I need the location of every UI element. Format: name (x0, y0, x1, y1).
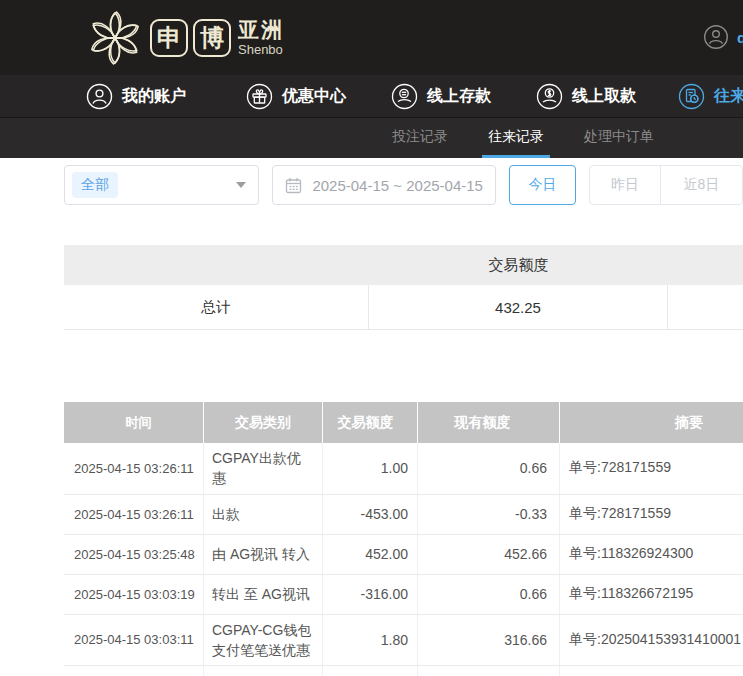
cell-balance: 452.66 (417, 535, 559, 574)
user-account-area[interactable]: q (703, 24, 743, 50)
tab-pending-orders[interactable]: 处理中订单 (578, 118, 660, 158)
nav-label: 往来记录 (714, 86, 743, 107)
col-header-amount: 交易额度 (322, 402, 417, 443)
tab-transfer-records[interactable]: 往来记录 (482, 118, 550, 158)
col-header-balance: 现有额度 (417, 402, 559, 443)
nav-item-transfer-records[interactable]: 往来记录 (678, 83, 743, 110)
logo-suffix-en: Shenbo (238, 43, 284, 56)
cell-type: CGPAY出款优惠 (203, 443, 322, 494)
cell-summary: 单号:202504153931410001 (559, 666, 743, 676)
filter-bar: 全部 2025-04-15 ~ 2025-04-15 今日 昨日 近8日 (64, 165, 743, 205)
cell-balance: 316.66 (417, 615, 559, 666)
nav-item-promo-center[interactable]: 优惠中心 (246, 83, 346, 110)
table-row: 2025-04-15 03:03:19 转出 至 AG视讯 -316.00 0.… (64, 575, 743, 615)
cell-summary: 单号:728171559 (559, 495, 743, 534)
cell-amount: -316.00 (322, 575, 417, 614)
account-icon (86, 83, 113, 110)
logo-suffix: 亚洲 Shenbo (238, 19, 284, 56)
cell-summary: 单号:118326672195 (559, 575, 743, 614)
cell-summary: 单号:202504153931410001 (559, 615, 743, 666)
col-header-type: 交易类别 (203, 402, 322, 443)
nav-item-online-deposit[interactable]: 线上存款 (391, 83, 491, 110)
col-header-summary: 摘要 (559, 402, 743, 443)
nav-label: 线上取款 (572, 86, 636, 107)
col-header-time: 时间 (64, 402, 203, 443)
cell-time: 2025-04-15 03:03:11 (64, 615, 203, 666)
nav-label: 线上存款 (427, 86, 491, 107)
flower-logo-icon (86, 8, 144, 68)
yesterday-button[interactable]: 昨日 (590, 166, 660, 204)
cell-type: 由 AG视讯 转入 (203, 535, 322, 574)
table-row: 2025-04-15 03:03:11 CGPAY-CG钱包支付笔笔送优惠 1.… (64, 615, 743, 667)
date-range-input[interactable]: 2025-04-15 ~ 2025-04-15 (272, 165, 496, 205)
summary-total-row: 总计 432.25 (64, 285, 743, 330)
record-tabs: 投注记录 往来记录 处理中订单 (0, 117, 743, 158)
table-header-row: 时间 交易类别 交易额度 现有额度 摘要 (64, 402, 743, 443)
username-label[interactable]: q (737, 29, 743, 46)
quick-date-group: 昨日 近8日 (589, 165, 743, 205)
main-content: 全部 2025-04-15 ~ 2025-04-15 今日 昨日 近8日 交易额… (0, 165, 743, 676)
calendar-icon (285, 177, 302, 194)
cell-amount: 300.00 (322, 666, 417, 676)
logo-char-shen: 申 (150, 19, 188, 57)
main-nav: 我的账户 优惠中心 线上存款 线上取款 (0, 75, 743, 117)
cell-amount: 1.80 (322, 615, 417, 666)
last8days-button[interactable]: 近8日 (660, 166, 742, 204)
table-row: 2025-04-15 03:26:11 出款 -453.00 -0.33 单号:… (64, 495, 743, 535)
category-select[interactable]: 全部 (64, 165, 259, 205)
logo-char-bo: 博 (193, 19, 231, 57)
cell-amount: -453.00 (322, 495, 417, 534)
cell-time: 2025-04-15 03:03:11 (64, 666, 203, 676)
cell-balance: 0.66 (417, 443, 559, 494)
avatar-icon (703, 24, 729, 50)
category-selected-tag[interactable]: 全部 (72, 172, 118, 198)
logo-suffix-cn: 亚洲 (238, 19, 284, 40)
deposit-icon (391, 83, 418, 110)
table-body: 2025-04-15 03:26:11 CGPAY出款优惠 1.00 0.66 … (64, 443, 743, 676)
cell-balance: 314.86 (417, 666, 559, 676)
transactions-table: 时间 交易类别 交易额度 现有额度 摘要 2025-04-15 03:26:11… (64, 402, 743, 676)
cell-type: CGPAY-CG钱包支付笔笔送优惠 (203, 615, 322, 666)
summary-table: 交易额度 总计 432.25 (64, 245, 743, 330)
summary-total-value: 432.25 (369, 285, 668, 329)
cell-time: 2025-04-15 03:25:48 (64, 535, 203, 574)
cell-type: 出款 (203, 495, 322, 534)
nav-label: 优惠中心 (282, 86, 346, 107)
cell-type: CGPAY支付 (203, 666, 322, 676)
promo-icon (246, 83, 273, 110)
top-header: 申 博 亚洲 Shenbo q (0, 0, 743, 75)
today-button[interactable]: 今日 (509, 165, 576, 205)
transfer-records-icon (678, 83, 705, 110)
table-row: 2025-04-15 03:26:11 CGPAY出款优惠 1.00 0.66 … (64, 443, 743, 495)
nav-item-online-withdraw[interactable]: 线上取款 (536, 83, 636, 110)
nav-label: 我的账户 (122, 86, 186, 107)
cell-summary: 单号:118326924300 (559, 535, 743, 574)
tab-betting-records[interactable]: 投注记录 (386, 118, 454, 158)
cell-summary: 单号:728171559 (559, 443, 743, 494)
cell-balance: -0.33 (417, 495, 559, 534)
cell-time: 2025-04-15 03:03:19 (64, 575, 203, 614)
cell-time: 2025-04-15 03:26:11 (64, 495, 203, 534)
cell-time: 2025-04-15 03:26:11 (64, 443, 203, 494)
nav-item-my-account[interactable]: 我的账户 (86, 83, 186, 110)
table-row: 2025-04-15 03:25:48 由 AG视讯 转入 452.00 452… (64, 535, 743, 575)
table-row: 2025-04-15 03:03:11 CGPAY支付 300.00 314.8… (64, 666, 743, 676)
date-range-value: 2025-04-15 ~ 2025-04-15 (312, 177, 483, 194)
withdraw-icon (536, 83, 563, 110)
summary-total-label: 总计 (64, 285, 369, 329)
cell-balance: 0.66 (417, 575, 559, 614)
cell-type: 转出 至 AG视讯 (203, 575, 322, 614)
summary-header-amount: 交易额度 (369, 256, 668, 275)
cell-amount: 1.00 (322, 443, 417, 494)
summary-header-row: 交易额度 (64, 245, 743, 285)
chevron-down-icon (236, 182, 246, 188)
cell-amount: 452.00 (322, 535, 417, 574)
brand-logo[interactable]: 申 博 亚洲 Shenbo (86, 8, 284, 68)
